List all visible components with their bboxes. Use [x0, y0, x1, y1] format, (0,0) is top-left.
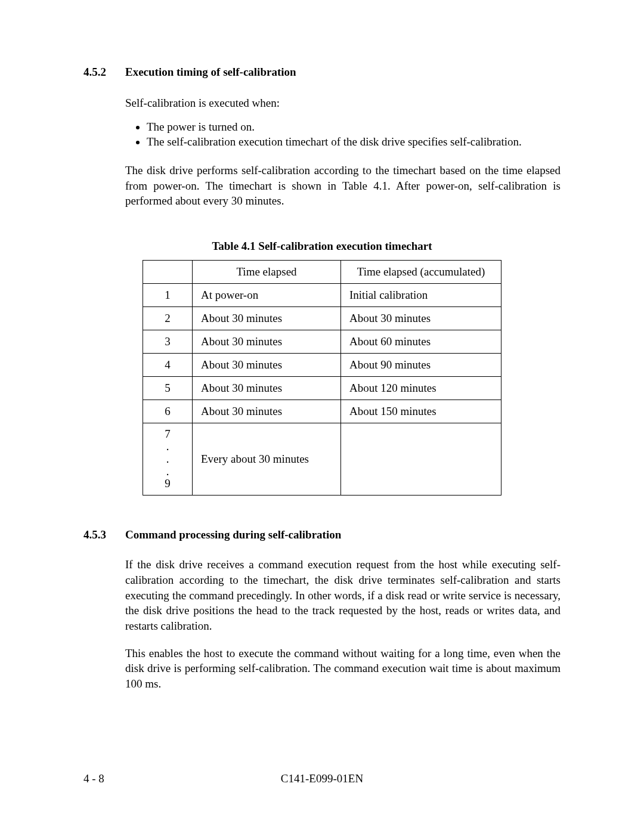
table-caption: Table 4.1 Self-calibration execution tim… [83, 240, 561, 253]
cell-elapsed: About 30 minutes [193, 376, 341, 400]
cell-idx: 2 [143, 306, 193, 330]
cell-acc: About 60 minutes [341, 330, 501, 353]
footer-doc-id: C141-E099-01EN [83, 772, 561, 785]
footer-right-spacer [558, 772, 561, 785]
cell-elapsed: About 30 minutes [193, 400, 341, 423]
cell-elapsed: About 30 minutes [193, 306, 341, 330]
cell-idx: 3 [143, 330, 193, 353]
table-header-row: Time elapsed Time elapsed (accumulated) [143, 260, 501, 283]
cell-elapsed: About 30 minutes [193, 330, 341, 353]
cell-idx: 5 [143, 376, 193, 400]
idx-dots: . . . [166, 440, 169, 478]
cell-elapsed: Every about 30 minutes [193, 423, 341, 495]
cell-idx: 6 [143, 400, 193, 423]
table-row: 1 At power-on Initial calibration [143, 283, 501, 306]
section-453-title: Command processing during self-calibrati… [125, 528, 341, 541]
table-row: 3 About 30 minutes About 60 minutes [143, 330, 501, 353]
table-row: 6 About 30 minutes About 150 minutes [143, 400, 501, 423]
section-453-number: 4.5.3 [83, 528, 125, 541]
bullet-item: The self-calibration execution timechart… [147, 134, 561, 150]
table-row: 5 About 30 minutes About 120 minutes [143, 376, 501, 400]
section-453-p1: If the disk drive receives a command exe… [125, 557, 561, 633]
idx-top: 7 [165, 428, 171, 440]
footer-page-number: 4 - 8 [83, 772, 104, 785]
section-452-desc: The disk drive performs self-calibration… [125, 163, 561, 209]
table-row-last: 7 . . . 9 Every about 30 minutes [143, 423, 501, 495]
bullet-item: The power is turned on. [147, 119, 561, 135]
cell-acc: About 120 minutes [341, 376, 501, 400]
cell-idx-range: 7 . . . 9 [143, 423, 193, 495]
section-452-number: 4.5.2 [83, 66, 125, 79]
table-row: 2 About 30 minutes About 30 minutes [143, 306, 501, 330]
cell-elapsed: At power-on [193, 283, 341, 306]
cell-elapsed: About 30 minutes [193, 353, 341, 376]
idx-bottom: 9 [165, 477, 171, 490]
section-452-bullets: The power is turned on. The self-calibra… [137, 119, 561, 150]
page-footer: 4 - 8 C141-E099-01EN [83, 772, 561, 785]
document-page: 4.5.2 Execution timing of self-calibrati… [0, 0, 644, 833]
table-header-acc: Time elapsed (accumulated) [341, 260, 501, 283]
section-453-heading: 4.5.3 Command processing during self-cal… [83, 528, 561, 541]
cell-idx: 1 [143, 283, 193, 306]
cell-acc: About 150 minutes [341, 400, 501, 423]
section-452-body: Self-calibration is executed when: The p… [125, 95, 561, 209]
cell-acc [341, 423, 501, 495]
table-row: 4 About 30 minutes About 90 minutes [143, 353, 501, 376]
section-452-heading: 4.5.2 Execution timing of self-calibrati… [83, 66, 561, 79]
table-header-idx [143, 260, 193, 283]
timechart-table: Time elapsed Time elapsed (accumulated) … [143, 260, 501, 496]
section-452-intro: Self-calibration is executed when: [125, 95, 561, 111]
cell-acc: About 30 minutes [341, 306, 501, 330]
cell-acc: Initial calibration [341, 283, 501, 306]
section-452-title: Execution timing of self-calibration [125, 66, 296, 79]
section-453-p2: This enables the host to execute the com… [125, 646, 561, 692]
table-header-elapsed: Time elapsed [193, 260, 341, 283]
cell-acc: About 90 minutes [341, 353, 501, 376]
section-453-body: If the disk drive receives a command exe… [125, 557, 561, 691]
cell-idx: 4 [143, 353, 193, 376]
